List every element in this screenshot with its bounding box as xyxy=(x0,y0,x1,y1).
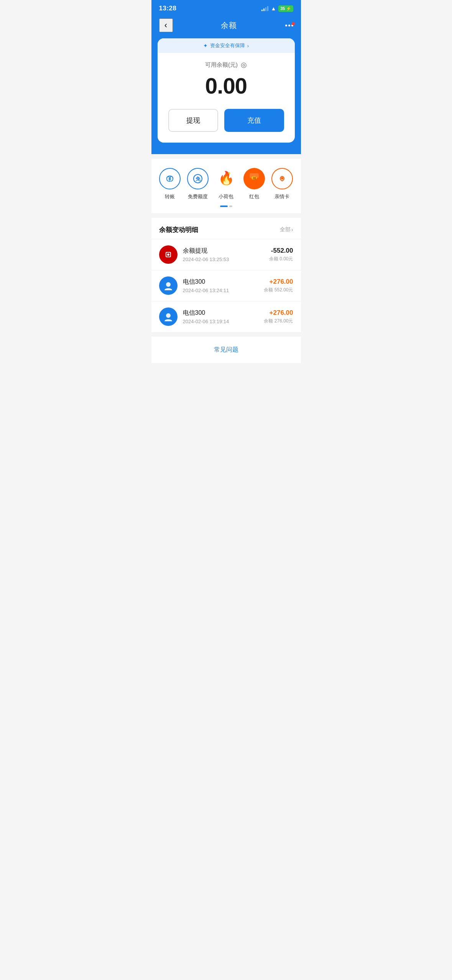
svg-point-12 xyxy=(281,177,283,179)
menu-item-transfer[interactable]: ¥ 转账 xyxy=(158,168,182,200)
free-quota-icon: 免 xyxy=(187,168,209,189)
dot1 xyxy=(285,25,287,26)
transaction-name-3: 电信300 xyxy=(183,309,259,317)
transaction-amount-1: -552.00 余额 0.00元 xyxy=(269,247,293,262)
battery-icon: 35⚡ xyxy=(278,5,293,12)
wifi-icon: ▲ xyxy=(271,5,276,12)
family-card-icon xyxy=(271,168,293,189)
transaction-item-2[interactable]: 电信300 2024-02-06 13:24:11 +276.00 余额 552… xyxy=(151,270,301,301)
amount-balance-1: 余额 0.00元 xyxy=(269,256,293,262)
pagination-dots xyxy=(158,206,295,207)
page-dot-2 xyxy=(229,206,232,207)
status-icons: ▲ 35⚡ xyxy=(261,5,293,12)
dot2 xyxy=(288,25,290,26)
balance-amount: 0.00 xyxy=(167,74,286,98)
svg-point-16 xyxy=(166,282,171,287)
transaction-item-1[interactable]: 余额提现 2024-02-06 13:25:53 -552.00 余额 0.00… xyxy=(151,239,301,270)
transfer-label: 转账 xyxy=(165,193,175,200)
chevron-right-icon: › xyxy=(247,43,249,49)
security-bar[interactable]: ✦ 资金安全有保障 › xyxy=(158,38,295,53)
transaction-section: 余额变动明细 全部 › 余额提现 2024-02-06 13:25:53 -55… xyxy=(151,218,301,332)
balance-actions: 提现 充值 xyxy=(167,109,286,132)
page-title: 余额 xyxy=(221,20,237,31)
svg-point-17 xyxy=(166,313,171,318)
header: ‹ 余额 xyxy=(151,15,301,38)
faq-link[interactable]: 常见问题 xyxy=(214,346,238,353)
back-button[interactable]: ‹ xyxy=(159,18,173,32)
amount-balance-2: 余额 552.00元 xyxy=(264,287,293,293)
transaction-header: 余额变动明细 全部 › xyxy=(151,218,301,239)
transaction-avatar-3 xyxy=(159,307,178,326)
quick-menu: ¥ 转账 免 免费额度 🔥 xyxy=(151,159,301,213)
free-quota-label: 免费额度 xyxy=(188,193,208,200)
quick-menu-items: ¥ 转账 免 免费额度 🔥 xyxy=(158,168,295,200)
notification-dot xyxy=(292,22,295,25)
transaction-name-2: 电信300 xyxy=(183,278,259,286)
withdraw-button[interactable]: 提现 xyxy=(168,109,219,132)
status-time: 13:28 xyxy=(159,5,177,12)
balance-label: 可用余额(元) ◎ xyxy=(167,61,286,69)
menu-item-free-quota[interactable]: 免 免费额度 xyxy=(186,168,210,200)
amount-balance-3: 余额 276.00元 xyxy=(264,318,293,324)
recharge-button[interactable]: 充值 xyxy=(224,109,284,132)
page-dot-1 xyxy=(220,206,228,207)
amount-value-3: +276.00 xyxy=(264,309,293,317)
small-bag-label: 小荷包 xyxy=(219,193,233,200)
shield-icon: ✦ xyxy=(203,43,208,49)
menu-item-small-bag[interactable]: 🔥 ✦ 小荷包 xyxy=(214,168,238,200)
amount-value-1: -552.00 xyxy=(269,247,293,255)
more-button[interactable] xyxy=(285,25,293,26)
transaction-item-3[interactable]: 电信300 2024-02-06 13:19:14 +276.00 余额 276… xyxy=(151,301,301,332)
transaction-amount-3: +276.00 余额 276.00元 xyxy=(264,309,293,324)
transaction-avatar-1 xyxy=(159,245,178,264)
transaction-title: 余额变动明细 xyxy=(159,225,198,234)
transaction-info-3: 电信300 2024-02-06 13:19:14 xyxy=(183,309,259,324)
balance-inner: ✦ 资金安全有保障 › 可用余额(元) ◎ 0.00 提现 充值 xyxy=(158,38,295,143)
transaction-name-1: 余额提现 xyxy=(183,247,264,255)
security-text: 资金安全有保障 xyxy=(210,42,245,49)
svg-text:福: 福 xyxy=(252,176,256,180)
view-all-button[interactable]: 全部 › xyxy=(280,226,293,233)
eye-icon[interactable]: ◎ xyxy=(241,61,247,69)
transaction-time-3: 2024-02-06 13:19:14 xyxy=(183,319,259,324)
faq-section: 常见问题 xyxy=(151,337,301,363)
svg-text:免: 免 xyxy=(195,176,201,182)
family-card-label: 亲情卡 xyxy=(274,193,289,200)
status-bar: 13:28 ▲ 35⚡ xyxy=(151,0,301,15)
svg-text:✦: ✦ xyxy=(227,171,231,176)
transaction-avatar-2 xyxy=(159,276,178,295)
menu-item-family-card[interactable]: 亲情卡 xyxy=(270,168,294,200)
amount-value-2: +276.00 xyxy=(264,278,293,286)
transaction-info-1: 余额提现 2024-02-06 13:25:53 xyxy=(183,247,264,262)
transaction-amount-2: +276.00 余额 552.00元 xyxy=(264,278,293,293)
svg-text:🔥: 🔥 xyxy=(218,170,235,186)
balance-content: 可用余额(元) ◎ 0.00 提现 充值 xyxy=(158,53,295,143)
transaction-time-2: 2024-02-06 13:24:11 xyxy=(183,288,259,293)
transaction-info-2: 电信300 2024-02-06 13:24:11 xyxy=(183,278,259,293)
small-bag-icon: 🔥 ✦ xyxy=(215,168,237,189)
transfer-icon: ¥ xyxy=(159,168,181,189)
red-packet-icon: 福 xyxy=(243,168,265,189)
transaction-time-1: 2024-02-06 13:25:53 xyxy=(183,257,264,262)
menu-item-red-packet[interactable]: 福 红包 xyxy=(242,168,266,200)
svg-point-15 xyxy=(167,253,169,256)
balance-card: ✦ 资金安全有保障 › 可用余额(元) ◎ 0.00 提现 充值 xyxy=(151,38,301,154)
red-packet-label: 红包 xyxy=(249,193,259,200)
signal-icon xyxy=(261,6,268,11)
